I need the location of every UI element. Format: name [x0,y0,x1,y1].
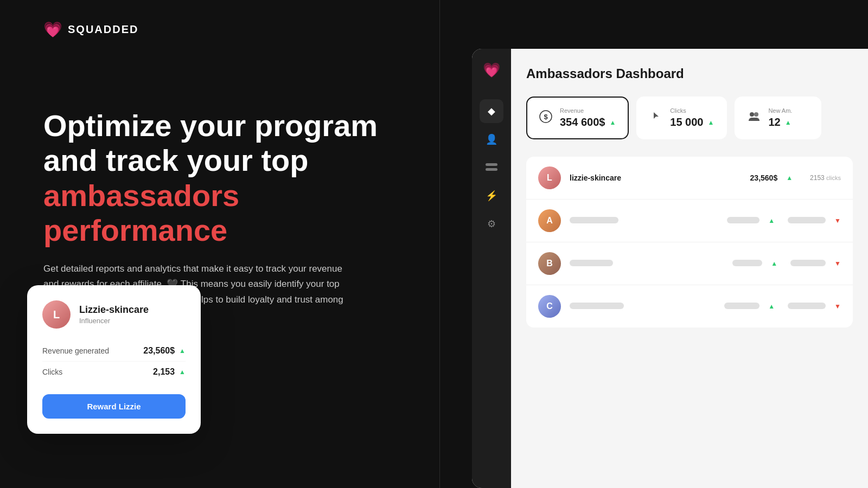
profile-card-header: L Lizzie-skincare Influencer [42,300,186,329]
stat-card-new-ambassadors[interactable]: New Am. 12 ▲ [735,97,821,139]
profile-clicks-value: 2,153 [153,367,175,377]
clicks-trend-up-icon: ▲ [707,119,714,126]
table-row[interactable]: B ▲ ▼ [526,242,853,285]
clicks-info: Clicks 15 000 ▲ [670,107,714,129]
dashboard-main: Ambassadors Dashboard $ Revenue 354 600$… [511,49,868,488]
svg-point-4 [750,112,754,117]
profile-revenue-label: Revenue generated [42,346,109,355]
headline-line2: and track your top [43,143,309,177]
avatar: B [538,252,561,275]
section-divider [439,0,440,488]
profile-role: Influencer [79,317,149,325]
new-ambassadors-trend-up-icon: ▲ [785,119,792,126]
trend-up-icon: ▲ [768,303,775,310]
dashboard-title: Ambassadors Dashboard [526,66,853,81]
new-ambassadors-info: New Am. 12 ▲ [768,107,808,129]
new-ambassadors-value: 12 [768,116,780,129]
sidebar-logo-icon: 💗 [483,62,500,79]
avatar: A [538,209,561,232]
profile-clicks-trend-icon: ▲ [179,368,186,376]
clicks-value-row: 15 000 ▲ [670,116,714,129]
table-row[interactable]: C ▲ ▼ [526,285,853,328]
profile-name: Lizzie-skincare [79,304,149,316]
trend-down-icon: ▼ [834,303,841,310]
logo-area: 💗 SQUADDED [43,21,138,38]
profile-identity: Lizzie-skincare Influencer [79,304,149,325]
profile-revenue-value-row: 23,560$ ▲ [143,346,186,356]
avatar: L [538,166,561,189]
revenue-value: 354 600$ [560,116,605,129]
dashboard-panel: 💗 ◆ 👤 ⚡ ⚙ Ambassadors Dashboard [472,49,868,488]
clicks-label: Clicks [670,107,714,114]
trend-up-icon: ▲ [786,174,793,182]
svg-rect-0 [486,163,497,166]
lightning-icon: ⚡ [486,190,497,202]
user-icon: 👤 [486,133,497,145]
stat-card-clicks[interactable]: Clicks 15 000 ▲ [636,97,727,139]
trend-down-icon: ▼ [834,260,841,267]
headline: Optimize your program and track your top… [43,108,412,248]
clicks-value: 15 000 [670,116,703,129]
revenue-value-row: 354 600$ ▲ [560,116,616,129]
clicks-icon [649,110,662,126]
toggle-icon [486,162,497,174]
svg-rect-1 [486,168,497,171]
profile-revenue-trend-icon: ▲ [179,347,186,355]
blurred-content: ▲ ▼ [570,260,841,267]
profile-revenue-value: 23,560$ [143,346,175,356]
trend-up-icon: ▲ [771,260,777,267]
blurred-content: ▲ ▼ [570,303,841,310]
stats-row: $ Revenue 354 600$ ▲ [526,97,853,139]
revenue-trend-up-icon: ▲ [609,119,616,126]
stat-card-revenue[interactable]: $ Revenue 354 600$ ▲ [526,97,629,139]
blurred-content: ▲ ▼ [570,217,841,224]
profile-card: L Lizzie-skincare Influencer Revenue gen… [27,285,201,434]
new-ambassadors-value-row: 12 ▲ [768,116,808,129]
sidebar: 💗 ◆ 👤 ⚡ ⚙ [472,49,511,488]
profile-clicks-row: Clicks 2,153 ▲ [42,362,186,382]
avatar: C [538,295,561,318]
logo-text: SQUADDED [68,23,138,36]
sidebar-item-settings[interactable]: ⚙ [480,212,503,236]
sidebar-item-users[interactable]: 👤 [480,127,503,151]
profile-avatar: L [42,300,71,329]
profile-revenue-row: Revenue generated 23,560$ ▲ [42,341,186,362]
revenue-info: Revenue 354 600$ ▲ [560,107,616,129]
revenue-label: Revenue [560,107,616,114]
sidebar-item-home[interactable]: ◆ [480,99,503,123]
sidebar-item-lightning[interactable]: ⚡ [480,184,503,208]
table-row[interactable]: A ▲ ▼ [526,200,853,242]
svg-text:$: $ [544,113,548,121]
svg-point-5 [754,112,758,117]
gear-icon: ⚙ [487,218,496,230]
reward-button[interactable]: Reward Lizzie [42,394,186,419]
headline-highlight: ambassadors performance [43,178,239,247]
sidebar-item-toggle[interactable] [480,156,503,179]
profile-clicks-label: Clicks [42,368,62,376]
logo-icon: 💗 [43,21,62,38]
profile-clicks-value-row: 2,153 ▲ [153,367,186,377]
ambassador-clicks: 2153 clicks [810,174,841,182]
table-row[interactable]: L lizzie-skincare 23,560$ ▲ 2153 clicks [526,157,853,200]
trend-up-icon: ▲ [768,217,775,224]
ambassador-table: L lizzie-skincare 23,560$ ▲ 2153 clicks … [526,157,853,328]
headline-line1: Optimize your program [43,108,378,143]
new-ambassadors-label: New Am. [768,107,808,114]
trend-down-icon: ▼ [834,217,841,224]
revenue-icon: $ [539,110,552,126]
ambassador-name: lizzie-skincare [570,174,635,182]
new-ambassadors-icon [748,110,761,126]
diamond-icon: ◆ [488,105,495,117]
ambassador-revenue: 23,560$ [750,174,778,182]
